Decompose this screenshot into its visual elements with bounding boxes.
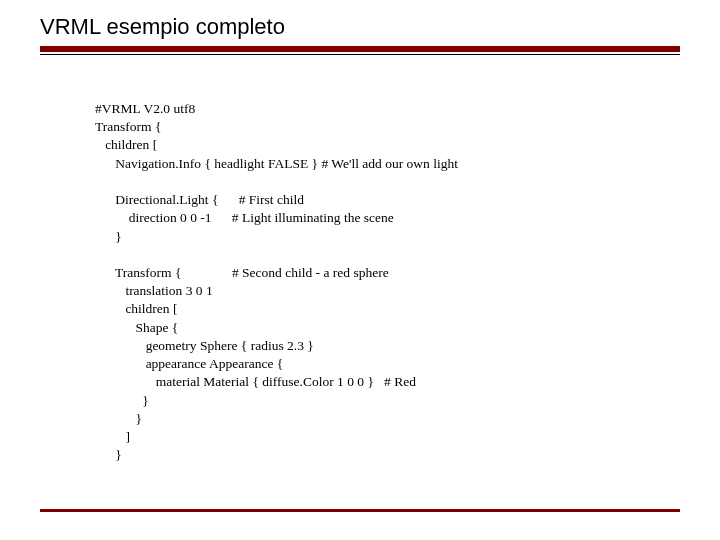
- title-underline: [40, 46, 680, 52]
- slide: VRML esempio completo #VRML V2.0 utf8 Tr…: [0, 0, 720, 540]
- title-thinline: [40, 54, 680, 55]
- slide-title: VRML esempio completo: [40, 14, 285, 40]
- bottom-rule: [40, 509, 680, 512]
- code-block: #VRML V2.0 utf8 Transform { children [ N…: [95, 100, 670, 464]
